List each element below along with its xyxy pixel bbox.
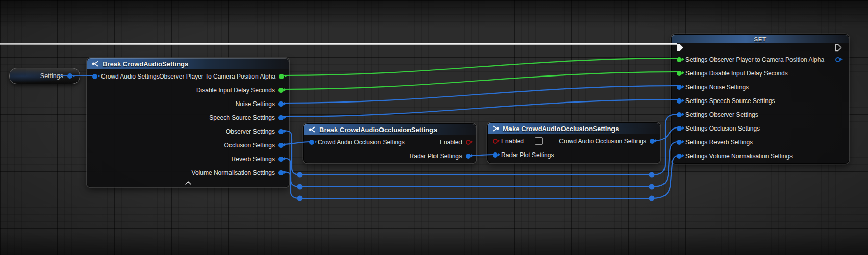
pin-label: Occlusion Settings — [224, 142, 275, 149]
pin-label: Radar Plot Settings — [501, 151, 554, 159]
pin-label: Enabled — [440, 139, 462, 146]
break-struct-icon — [92, 60, 99, 67]
crowd-audio-settings-in-pin[interactable] — [92, 74, 97, 79]
exec-output-pin[interactable] — [835, 44, 842, 52]
observer-settings-out-pin[interactable] — [278, 129, 284, 134]
node-make-crowdaudioocclusionsettings[interactable]: Make CrowdAudioOcclusionSettings Enabled… — [487, 122, 660, 163]
occlusion-settings-out-pin[interactable] — [278, 143, 284, 148]
node-header[interactable]: Break CrowdAudioSettings — [87, 58, 289, 69]
pin-label: Settings Speech Source Settings — [685, 97, 775, 105]
pin-label: Disable Input Delay Seconds — [196, 87, 275, 94]
pin-label: Volume Normalisation Settings — [192, 169, 275, 176]
noise-settings-out-pin[interactable] — [278, 101, 284, 107]
node-title: SET — [672, 35, 849, 43]
pin-label: Radar Plot Settings — [410, 152, 462, 160]
pin-label: Settings Noise Settings — [685, 84, 749, 91]
pin-label: Settings Observer Player to Camera Posit… — [685, 56, 824, 63]
set-occlusion-settings-in-pin[interactable] — [677, 126, 682, 131]
pin-label: Settings Disable Input Delay Seconds — [685, 70, 788, 77]
pin-label: Settings Occlusion Settings — [685, 125, 760, 132]
disable-input-delay-out-pin[interactable] — [278, 88, 284, 93]
blueprint-graph-canvas[interactable]: Settings Break CrowdAudioSettings Crowd … — [0, 0, 868, 255]
pin-label: Crowd Audio Settings — [101, 73, 160, 80]
node-break-crowdaudiosettings[interactable]: Break CrowdAudioSettings Crowd Audio Set… — [87, 58, 289, 187]
enabled-out-pin[interactable] — [466, 140, 471, 145]
pin-label: Crowd Audio Occlusion Settings — [318, 139, 405, 146]
pin-label: Settings Reverb Settings — [685, 139, 753, 146]
node-title: Break CrowdAudioSettings — [103, 60, 188, 68]
reverb-settings-out-pin[interactable] — [278, 157, 284, 162]
pin-label: Settings Observer Settings — [685, 111, 758, 118]
node-header[interactable]: Break CrowdAudioOcclusionSettings — [304, 124, 476, 135]
pin-label: Speech Source Settings — [209, 114, 275, 121]
node-title: Break CrowdAudioOcclusionSettings — [319, 126, 437, 134]
enabled-checkbox[interactable] — [535, 137, 543, 145]
volume-normalisation-out-pin[interactable] — [278, 170, 284, 175]
make-struct-icon — [492, 125, 499, 132]
pin-label: Crowd Audio Occlusion Settings — [559, 138, 646, 145]
pin-label: Observer Settings — [226, 128, 275, 135]
node-break-crowdaudioocclusionsettings[interactable]: Break CrowdAudioOcclusionSettings Crowd … — [303, 123, 476, 163]
pin-label: Reverb Settings — [232, 156, 275, 163]
break-struct-icon — [309, 126, 316, 133]
node-title: Make CrowdAudioOcclusionSettings — [503, 125, 619, 133]
collapse-chevron-icon[interactable] — [185, 181, 191, 185]
pin-label: Noise Settings — [236, 100, 275, 108]
pin-label: Settings Volume Normalisation Settings — [685, 152, 793, 160]
pin-label: Observer Player To Camera Position Alpha — [159, 73, 275, 80]
speech-source-settings-out-pin[interactable] — [278, 115, 284, 120]
observer-player-alpha-out-pin[interactable] — [279, 74, 284, 79]
node-header[interactable]: Make CrowdAudioOcclusionSettings — [488, 123, 660, 134]
enabled-in-pin[interactable] — [493, 139, 498, 144]
node-set-members[interactable]: SET Settings Observer Player to Camera P… — [671, 34, 849, 164]
set-output-value-pin[interactable] — [835, 57, 840, 62]
pin-label: Enabled — [501, 138, 524, 145]
exec-input-pin[interactable] — [677, 44, 684, 52]
